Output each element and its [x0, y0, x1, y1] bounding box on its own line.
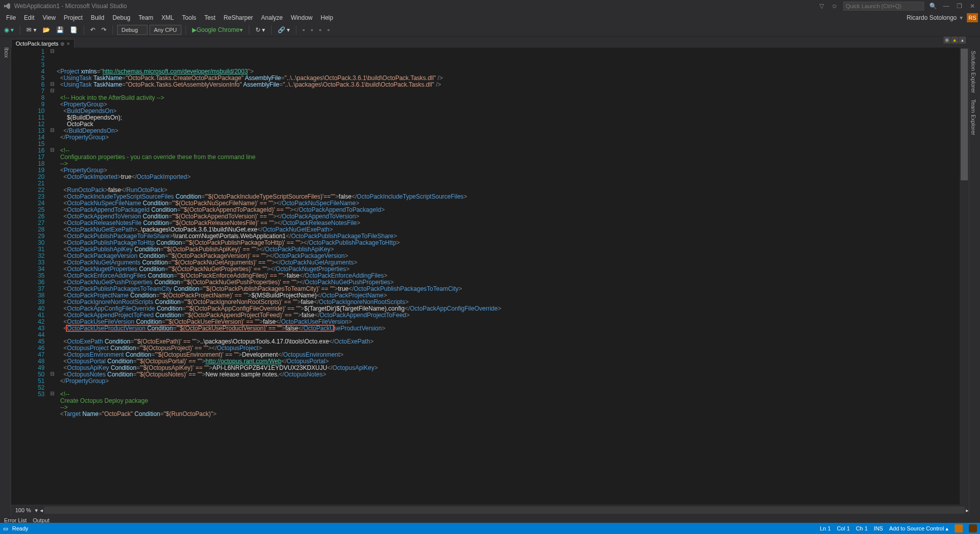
editor[interactable]: 1234567891011121314151617181920212223242… [11, 48, 969, 505]
status-ins: INS [874, 525, 883, 531]
status-host-icon[interactable]: ▭ [3, 525, 8, 532]
status-line: Ln 1 [820, 525, 831, 531]
left-rail-toolbox[interactable]: Toolbox [0, 36, 11, 516]
xml-tool-2[interactable]: ▫ [309, 25, 315, 35]
menu-window[interactable]: Window [287, 13, 317, 22]
search-icon[interactable]: 🔍 [928, 2, 937, 11]
warning-icon[interactable]: ▲ [951, 36, 958, 44]
tab-label: OctoPack.targets [16, 41, 58, 47]
zoom-level[interactable]: 100 % [11, 507, 35, 513]
browser-link-button[interactable]: 🔗 ▾ [276, 25, 292, 35]
nav-back-button[interactable]: ◉ ▾ [2, 25, 16, 35]
menu-edit[interactable]: Edit [20, 13, 39, 22]
platform-dropdown[interactable]: Any CPU [149, 25, 181, 35]
code-area[interactable]: <Project xmlns="http://schemas.microsoft… [57, 48, 969, 505]
pin-icon[interactable]: ⊕ [60, 41, 64, 47]
run-label: Google Chrome [197, 26, 240, 33]
vertical-scrollbar[interactable] [960, 48, 969, 505]
fold-gutter[interactable]: ⊟⊟⊟⊟⊟⊟⊟ [48, 48, 57, 505]
run-button[interactable]: ▶ Google Chrome ▾ [190, 25, 245, 35]
menu-tools[interactable]: Tools [178, 13, 200, 22]
toolbar: ◉ ▾ ✉ ▾ 📂 💾 📑 ↶ ↷ Debug Any CPU ▶ Google… [0, 23, 980, 36]
zoom-row: 100 % ▾ ◂ ▸ [11, 505, 969, 516]
config-dropdown[interactable]: Debug [117, 25, 147, 35]
notifications-icon[interactable]: ▽ [817, 2, 826, 11]
scrollbar-thumb[interactable] [961, 49, 968, 180]
xml-tool-1[interactable]: ▫ [300, 25, 307, 35]
menu-help[interactable]: Help [317, 13, 337, 22]
menu-project[interactable]: Project [60, 13, 87, 22]
quick-launch-input[interactable] [843, 2, 924, 11]
status-bar: ▭ Ready Ln 1 Col 1 Ch 1 INS Add to Sourc… [0, 523, 980, 534]
feedback-icon[interactable]: ☺ [830, 2, 839, 11]
status-ready: Ready [12, 525, 28, 531]
user-name[interactable]: Ricardo Sotolongo [907, 14, 957, 21]
right-rail-team-explorer[interactable]: Team Explorer [969, 96, 977, 138]
vs-logo-icon [3, 2, 11, 10]
menu-resharper[interactable]: ReSharper [219, 13, 257, 22]
menu-team[interactable]: Team [134, 13, 157, 22]
tab-close-icon[interactable]: × [66, 41, 69, 47]
window-title: WebApplication1 - Microsoft Visual Studi… [14, 3, 127, 10]
menu-view[interactable]: View [39, 13, 60, 22]
menu-test[interactable]: Test [200, 13, 219, 22]
hscroll-right-icon[interactable]: ▸ [966, 507, 969, 514]
track-changes-icon[interactable]: ⊕ [944, 36, 951, 44]
right-rail: Solution Explorer Team Explorer [969, 48, 980, 516]
tab-strip: OctoPack.targets ⊕ × ⊕ ▲ ▴ [0, 36, 980, 48]
close-button[interactable]: ✕ [968, 2, 977, 11]
status-badge-2[interactable] [969, 524, 977, 532]
document-tab[interactable]: OctoPack.targets ⊕ × [11, 39, 74, 48]
menu-file[interactable]: File [2, 13, 20, 22]
xml-tool-3[interactable]: ▫ [317, 25, 323, 35]
user-dropdown-icon[interactable]: ▾ [960, 14, 963, 21]
horizontal-scrollbar[interactable] [44, 507, 965, 514]
status-col: Col 1 [837, 525, 850, 531]
right-rail-solution-explorer[interactable]: Solution Explorer [969, 48, 977, 96]
save-all-button[interactable]: 📑 [68, 25, 80, 35]
scroll-top-icon[interactable]: ▴ [959, 36, 966, 44]
new-item-button[interactable]: ✉ ▾ [24, 25, 38, 35]
workspace: OctoPack.targets ⊕ × ⊕ ▲ ▴ Toolbox 12345… [0, 36, 980, 516]
menu-build[interactable]: Build [87, 13, 108, 22]
redo-button[interactable]: ↷ [99, 25, 108, 35]
user-badge[interactable]: RS [967, 13, 978, 22]
menu-xml[interactable]: XML [158, 13, 178, 22]
status-ch: Ch 1 [856, 525, 868, 531]
menu-debug[interactable]: Debug [108, 13, 134, 22]
source-control-button[interactable]: Add to Source Control ▴ [889, 525, 949, 532]
menu-analyze[interactable]: Analyze [257, 13, 287, 22]
status-badge-1[interactable] [955, 524, 963, 532]
line-number-gutter: 1234567891011121314151617181920212223242… [11, 48, 48, 505]
zoom-dropdown-icon[interactable]: ▾ [35, 507, 38, 514]
undo-button[interactable]: ↶ [88, 25, 97, 35]
open-button[interactable]: 📂 [41, 25, 52, 35]
title-bar: WebApplication1 - Microsoft Visual Studi… [0, 0, 980, 12]
maximize-button[interactable]: ❐ [955, 2, 964, 11]
xml-tool-4[interactable]: ▫ [325, 25, 331, 35]
save-button[interactable]: 💾 [54, 25, 66, 35]
hscroll-left-icon[interactable]: ◂ [40, 507, 43, 514]
menu-bar: FileEditViewProjectBuildDebugTeamXMLTool… [0, 12, 980, 23]
minimize-button[interactable]: — [941, 2, 951, 11]
refresh-button[interactable]: ↻ ▾ [253, 25, 267, 35]
